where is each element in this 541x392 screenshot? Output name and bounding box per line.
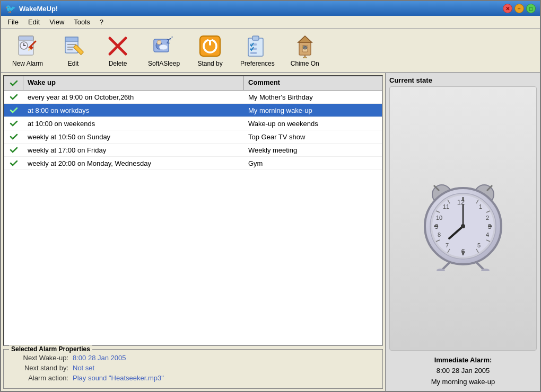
table-row[interactable]: at 10:00 on weekends Wake-up on weekends bbox=[4, 117, 382, 130]
standby-button[interactable]: Stand by bbox=[189, 31, 231, 70]
standby-label: Stand by bbox=[197, 60, 222, 67]
immediate-alarm-info: Immediate Alarm: 8:00 28 Jan 2005 My mor… bbox=[389, 355, 537, 388]
row-wakeup: weekly at 10:50 on Sunday bbox=[23, 131, 244, 143]
table-row[interactable]: weekly at 20:00 on Monday, Wednesday Gym bbox=[4, 157, 382, 170]
menu-edit[interactable]: Edit bbox=[24, 17, 44, 27]
menu-file[interactable]: File bbox=[3, 17, 23, 27]
table-header-check bbox=[4, 76, 23, 90]
svg-text:8: 8 bbox=[438, 231, 441, 238]
standby-icon bbox=[197, 33, 223, 59]
row-comment: My morning wake-up bbox=[244, 104, 382, 117]
main-content: Wake up Comment every year at 9:00 on Oc… bbox=[1, 73, 540, 391]
immediate-alarm-time: 8:00 28 Jan 2005 bbox=[389, 366, 537, 377]
close-button[interactable]: ✕ bbox=[503, 4, 512, 13]
svg-text:1: 1 bbox=[479, 203, 482, 210]
edit-label: Edit bbox=[68, 60, 79, 67]
svg-point-22 bbox=[157, 40, 161, 44]
edit-button[interactable]: Edit bbox=[52, 31, 94, 70]
svg-rect-9 bbox=[65, 37, 78, 41]
properties-panel: Selected Alarm Properties Next Wake-up: … bbox=[3, 349, 383, 389]
app-title: WakeMeUp! bbox=[19, 5, 58, 13]
svg-rect-32 bbox=[250, 52, 257, 54]
row-comment: Gym bbox=[244, 157, 382, 170]
chime-on-icon bbox=[292, 33, 318, 59]
app-icon: 🐦 bbox=[5, 4, 16, 14]
row-check bbox=[4, 157, 23, 170]
immediate-alarm-name: My morning wake-up bbox=[389, 377, 537, 388]
row-check bbox=[4, 104, 23, 117]
new-alarm-button[interactable]: New Alarm bbox=[5, 31, 50, 70]
softasleep-label: SoftASleep bbox=[148, 60, 180, 67]
svg-point-37 bbox=[303, 46, 305, 48]
row-comment: Weekly meeting bbox=[244, 144, 382, 156]
row-check bbox=[4, 117, 23, 130]
row-comment: Wake-up on weekends bbox=[244, 118, 382, 130]
delete-label: Delete bbox=[109, 60, 127, 67]
row-wakeup: weekly at 20:00 on Monday, Wednesday bbox=[23, 157, 244, 170]
svg-text:10: 10 bbox=[436, 215, 442, 221]
row-check bbox=[4, 130, 23, 143]
delete-button[interactable]: Delete bbox=[97, 31, 139, 70]
svg-rect-1 bbox=[19, 36, 33, 40]
row-wakeup: every year at 9:00 on October,26th bbox=[23, 91, 244, 103]
right-panel: Current state bbox=[386, 73, 540, 391]
alarm-table[interactable]: Wake up Comment every year at 9:00 on Oc… bbox=[3, 75, 383, 346]
svg-marker-34 bbox=[298, 36, 312, 42]
menu-view[interactable]: View bbox=[45, 17, 68, 27]
new-alarm-icon bbox=[15, 33, 40, 59]
menu-help[interactable]: ? bbox=[95, 17, 108, 27]
svg-point-23 bbox=[159, 44, 168, 50]
preferences-label: Preferences bbox=[240, 60, 275, 67]
delete-icon bbox=[105, 33, 130, 59]
row-wakeup: at 8:00 on workdays bbox=[23, 104, 244, 117]
table-header-wakeup: Wake up bbox=[23, 76, 244, 90]
table-body: every year at 9:00 on October,26th My Mo… bbox=[4, 91, 382, 343]
maximize-button[interactable]: □ bbox=[526, 4, 536, 13]
alarm-action-label: Alarm action: bbox=[10, 374, 68, 382]
svg-text:z: z bbox=[171, 35, 173, 39]
new-alarm-label: New Alarm bbox=[12, 60, 43, 67]
svg-text:6: 6 bbox=[461, 247, 465, 255]
svg-text:11: 11 bbox=[443, 203, 449, 210]
svg-text:4: 4 bbox=[486, 231, 489, 238]
edit-icon bbox=[60, 33, 86, 59]
current-state-label: Current state bbox=[389, 76, 537, 84]
row-wakeup: at 10:00 on weekends bbox=[23, 118, 244, 130]
clock-area: 12 3 6 9 1 2 4 5 7 8 10 11 bbox=[389, 86, 537, 351]
alarm-action-row: Alarm action: Play sound "Heatseeker.mp3… bbox=[10, 374, 376, 382]
alarm-clock-image: 12 3 6 9 1 2 4 5 7 8 10 11 bbox=[410, 165, 516, 271]
svg-text:7: 7 bbox=[446, 242, 449, 248]
menu-tools[interactable]: Tools bbox=[69, 17, 94, 27]
table-row[interactable]: every year at 9:00 on October,26th My Mo… bbox=[4, 91, 382, 104]
next-wakeup-row: Next Wake-up: 8:00 28 Jan 2005 bbox=[10, 354, 376, 362]
svg-point-74 bbox=[461, 224, 465, 228]
row-check bbox=[4, 144, 23, 156]
alarm-action-value: Play sound "Heatseeker.mp3" bbox=[73, 374, 164, 382]
row-comment: My Mother's Birthday bbox=[244, 91, 382, 103]
next-standby-label: Next stand by: bbox=[10, 364, 68, 372]
chime-on-button[interactable]: Chime On bbox=[284, 31, 326, 70]
svg-text:5: 5 bbox=[477, 242, 481, 248]
svg-rect-27 bbox=[208, 38, 212, 40]
table-row[interactable]: weekly at 10:50 on Sunday Top Gear TV sh… bbox=[4, 130, 382, 144]
toolbar: New Alarm Edit bbox=[1, 29, 540, 73]
preferences-icon bbox=[245, 33, 270, 59]
main-window: 🐦 WakeMeUp! ✕ − □ File Edit View Tools ? bbox=[0, 0, 541, 392]
svg-text:2: 2 bbox=[486, 215, 489, 221]
next-wakeup-label: Next Wake-up: bbox=[10, 354, 68, 362]
minimize-button[interactable]: − bbox=[514, 4, 524, 13]
next-standby-value: Not set bbox=[73, 364, 94, 372]
table-row[interactable]: weekly at 17:00 on Friday Weekly meeting bbox=[4, 144, 382, 157]
softasleep-button[interactable]: Z z z SoftASleep bbox=[141, 31, 187, 70]
table-header: Wake up Comment bbox=[4, 76, 382, 91]
properties-title: Selected Alarm Properties bbox=[9, 345, 92, 353]
table-row[interactable]: at 8:00 on workdays My morning wake-up bbox=[4, 104, 382, 117]
preferences-button[interactable]: Preferences bbox=[233, 31, 282, 70]
next-standby-row: Next stand by: Not set bbox=[10, 364, 376, 372]
menu-bar: File Edit View Tools ? bbox=[1, 16, 540, 29]
window-controls: ✕ − □ bbox=[503, 4, 536, 13]
svg-text:9: 9 bbox=[434, 222, 438, 230]
next-wakeup-value: 8:00 28 Jan 2005 bbox=[73, 354, 126, 362]
left-panel: Wake up Comment every year at 9:00 on Oc… bbox=[1, 73, 386, 391]
row-comment: Top Gear TV show bbox=[244, 131, 382, 143]
